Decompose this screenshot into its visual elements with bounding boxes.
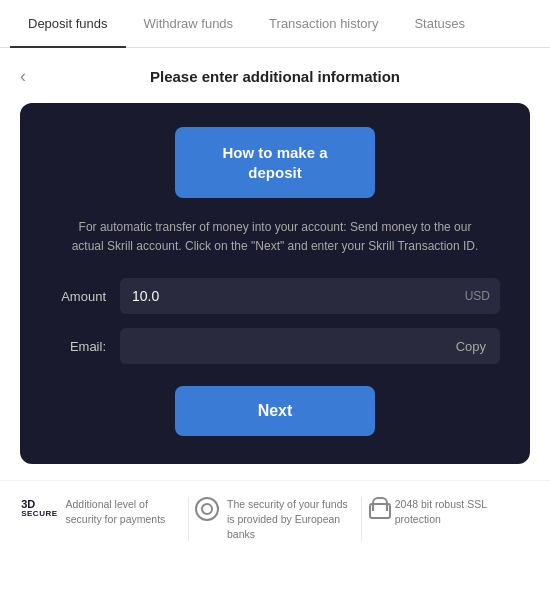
tab-deposit[interactable]: Deposit funds <box>10 0 126 47</box>
tab-statuses[interactable]: Statuses <box>396 0 483 47</box>
footer-3d-text: Additional level of security for payment… <box>66 497 182 526</box>
email-label: Email: <box>50 339 120 354</box>
page-header: ‹ Please enter additional information <box>0 48 550 95</box>
info-text: For automatic transfer of money into you… <box>50 218 500 256</box>
amount-row: Amount USD <box>50 278 500 314</box>
3d-secure-icon: 3DSECURE <box>21 499 57 518</box>
tab-history[interactable]: Transaction history <box>251 0 396 47</box>
next-button[interactable]: Next <box>175 386 375 436</box>
footer: 3DSECURE Additional level of security fo… <box>0 480 550 561</box>
deposit-card: How to make a deposit For automatic tran… <box>20 103 530 464</box>
footer-banks-text: The security of your funds is provided b… <box>227 497 355 541</box>
amount-input-group: USD <box>120 278 500 314</box>
amount-suffix: USD <box>455 289 500 303</box>
email-input[interactable] <box>120 328 442 364</box>
how-to-deposit-button[interactable]: How to make a deposit <box>175 127 375 198</box>
back-button[interactable]: ‹ <box>20 66 26 87</box>
footer-item-ssl: 2048 bit robust SSL protection <box>369 497 529 526</box>
footer-divider-1 <box>188 497 189 541</box>
email-row: Email: Copy <box>50 328 500 364</box>
amount-label: Amount <box>50 289 120 304</box>
tab-withdraw[interactable]: Withdraw funds <box>126 0 252 47</box>
amount-input[interactable] <box>120 278 455 314</box>
page-title: Please enter additional information <box>24 68 526 85</box>
ssl-lock-icon <box>369 497 387 519</box>
copy-button[interactable]: Copy <box>442 329 500 364</box>
tab-bar: Deposit funds Withdraw funds Transaction… <box>0 0 550 48</box>
email-input-group: Copy <box>120 328 500 364</box>
footer-divider-2 <box>361 497 362 541</box>
footer-item-banks: The security of your funds is provided b… <box>195 497 355 541</box>
footer-ssl-text: 2048 bit robust SSL protection <box>395 497 529 526</box>
european-banks-icon <box>195 497 219 521</box>
footer-item-3d: 3DSECURE Additional level of security fo… <box>21 497 181 526</box>
